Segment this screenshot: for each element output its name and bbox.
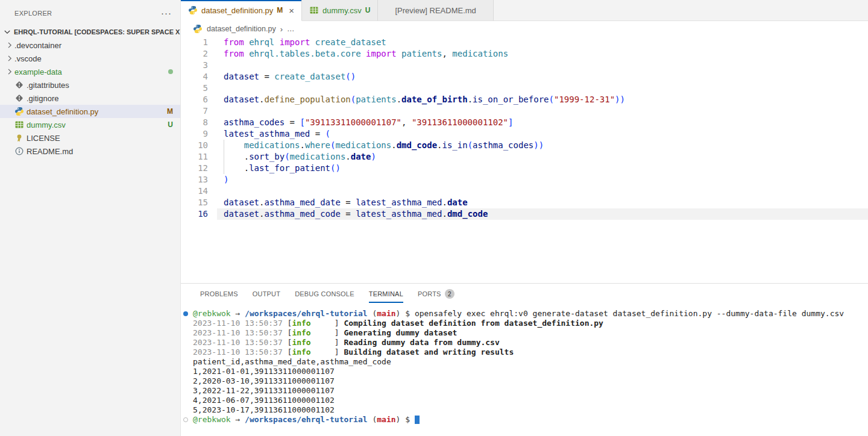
line-number: 12 bbox=[181, 163, 217, 174]
git-status-badge: U bbox=[168, 120, 173, 129]
code-line-6[interactable]: 6dataset.define_population(patients.date… bbox=[181, 94, 868, 105]
code-editor[interactable]: 1from ehrql import create_dataset2from e… bbox=[181, 37, 868, 283]
line-number: 11 bbox=[181, 151, 217, 163]
code-text: .last_for_patient() bbox=[217, 163, 341, 174]
explorer-item-example-data[interactable]: example-data bbox=[0, 65, 180, 78]
file-name: LICENSE bbox=[27, 134, 173, 143]
explorer-item-license[interactable]: LICENSE bbox=[0, 131, 180, 145]
git-status-badge: M bbox=[167, 107, 173, 116]
info-icon bbox=[14, 146, 24, 156]
line-number: 5 bbox=[181, 83, 217, 94]
explorer-item--gitattributes[interactable]: .gitattributes bbox=[0, 78, 180, 92]
explorer-title: EXPLORER bbox=[14, 10, 161, 17]
python-icon bbox=[14, 107, 24, 116]
code-text: dataset.define_population(patients.date_… bbox=[217, 94, 625, 105]
panel-tab-label: TERMINAL bbox=[369, 285, 403, 303]
code-line-8[interactable]: 8asthma_codes = ["39113311000001107", "3… bbox=[181, 117, 868, 128]
code-text: latest_asthma_med = ( bbox=[217, 128, 330, 140]
line-number: 8 bbox=[181, 117, 217, 128]
code-line-12[interactable]: 12 .last_for_patient() bbox=[181, 163, 868, 174]
line-number: 7 bbox=[181, 105, 217, 117]
terminal-line: 2023-11-10 13:50:37 [info ] Compiling da… bbox=[183, 319, 868, 328]
explorer-item--devcontainer[interactable]: .devcontainer bbox=[0, 39, 180, 52]
python-icon bbox=[188, 5, 198, 15]
code-line-10[interactable]: 10 medications.where(medications.dmd_cod… bbox=[181, 140, 868, 151]
terminal[interactable]: @rebkwok → /workspaces/ehrql-tutorial (m… bbox=[181, 304, 868, 436]
panel-tab-bar: PROBLEMSOUTPUTDEBUG CONSOLETERMINALPORTS… bbox=[181, 284, 868, 304]
code-line-11[interactable]: 11 .sort_by(medications.date) bbox=[181, 151, 868, 163]
file-name: .devcontainer bbox=[14, 41, 173, 50]
chevron-down-icon bbox=[2, 27, 12, 37]
indent-guide bbox=[224, 140, 224, 174]
line-number: 3 bbox=[181, 60, 217, 71]
code-line-9[interactable]: 9latest_asthma_med = ( bbox=[181, 128, 868, 140]
chevron-right-icon bbox=[5, 40, 14, 50]
breadcrumb-more[interactable]: … bbox=[287, 25, 295, 33]
line-number: 2 bbox=[181, 48, 217, 60]
code-text bbox=[217, 185, 224, 197]
csv-icon bbox=[14, 120, 24, 129]
panel-tab-output[interactable]: OUTPUT bbox=[245, 284, 288, 304]
line-number: 10 bbox=[181, 140, 217, 151]
file-name: .gitattributes bbox=[27, 81, 173, 90]
tab--preview-readme-md[interactable]: [Preview] README.md bbox=[378, 0, 493, 21]
git-icon bbox=[14, 93, 24, 103]
file-name: dummy.csv bbox=[27, 120, 164, 129]
code-line-7[interactable]: 7 bbox=[181, 105, 868, 117]
tab-dataset-definition-py[interactable]: dataset_definition.pyM× bbox=[181, 0, 302, 21]
code-text: .sort_by(medications.date) bbox=[217, 151, 376, 163]
code-line-14[interactable]: 14 bbox=[181, 185, 868, 197]
code-line-15[interactable]: 15dataset.asthma_med_date = latest_asthm… bbox=[181, 197, 868, 208]
breadcrumb-file[interactable]: dataset_definition.py bbox=[207, 25, 276, 33]
explorer-item-dummy-csv[interactable]: dummy.csvU bbox=[0, 118, 180, 131]
file-name: example-data bbox=[14, 67, 165, 76]
panel-tab-ports[interactable]: PORTS2 bbox=[410, 284, 462, 304]
chevron-right-icon bbox=[5, 67, 14, 76]
close-icon[interactable]: × bbox=[289, 5, 294, 16]
workspace-header[interactable]: EHRQL-TUTORIAL [CODESPACES: SUPER SPACE … bbox=[0, 25, 180, 39]
code-line-2[interactable]: 2from ehrql.tables.beta.core import pati… bbox=[181, 48, 868, 60]
python-icon bbox=[193, 24, 203, 34]
file-tree: .devcontainer.vscodeexample-data.gitattr… bbox=[0, 39, 180, 158]
code-line-1[interactable]: 1from ehrql import create_dataset bbox=[181, 37, 868, 48]
file-name: dataset_definition.py bbox=[27, 107, 163, 116]
code-line-4[interactable]: 4dataset = create_dataset() bbox=[181, 71, 868, 83]
code-text bbox=[217, 60, 224, 71]
panel-tab-terminal[interactable]: TERMINAL bbox=[362, 284, 410, 304]
python-icon bbox=[193, 24, 203, 34]
code-line-13[interactable]: 13) bbox=[181, 174, 868, 185]
code-line-16[interactable]: 16dataset.asthma_med_code = latest_asthm… bbox=[181, 208, 868, 220]
terminal-line: 2023-11-10 13:50:37 [info ] Generating d… bbox=[183, 328, 868, 338]
explorer-item--gitignore[interactable]: .gitignore bbox=[0, 92, 180, 105]
line-number: 16 bbox=[181, 208, 217, 220]
terminal-line: 4,2021-06-07,39113611000001102 bbox=[183, 396, 868, 405]
explorer-item-dataset-definition-py[interactable]: dataset_definition.pyM bbox=[0, 105, 180, 118]
tab-dummy-csv[interactable]: dummy.csvU bbox=[302, 0, 378, 21]
code-text bbox=[217, 83, 224, 94]
terminal-line: 3,2022-11-22,39113311000001107 bbox=[183, 386, 868, 396]
ellipsis-icon[interactable]: ··· bbox=[161, 10, 172, 16]
line-number: 6 bbox=[181, 94, 217, 105]
code-text: dataset.asthma_med_date = latest_asthma_… bbox=[217, 197, 468, 208]
workspace-label: EHRQL-TUTORIAL [CODESPACES: SUPER SPACE … bbox=[14, 28, 180, 36]
code-text: dataset = create_dataset() bbox=[217, 71, 356, 83]
terminal-line: @rebkwok → /workspaces/ehrql-tutorial (m… bbox=[183, 415, 868, 425]
line-number: 13 bbox=[181, 174, 217, 185]
terminal-line: @rebkwok → /workspaces/ehrql-tutorial (m… bbox=[183, 309, 868, 319]
panel-tab-debug-console[interactable]: DEBUG CONSOLE bbox=[288, 284, 362, 304]
code-line-3[interactable]: 3 bbox=[181, 60, 868, 71]
code-text: medications.where(medications.dmd_code.i… bbox=[217, 140, 544, 151]
code-line-5[interactable]: 5 bbox=[181, 83, 868, 94]
panel-tab-problems[interactable]: PROBLEMS bbox=[193, 284, 245, 304]
explorer-item-readme-md[interactable]: README.md bbox=[0, 145, 180, 158]
explorer-item--vscode[interactable]: .vscode bbox=[0, 52, 180, 65]
explorer-header: EXPLORER ··· bbox=[0, 0, 180, 25]
tab-label: dummy.csv bbox=[322, 6, 362, 15]
editor-group: dataset_definition.pyM×dummy.csvU[Previe… bbox=[181, 0, 868, 436]
line-number: 14 bbox=[181, 185, 217, 197]
code-text: from ehrql import create_dataset bbox=[217, 37, 386, 48]
command-decoration-hollow-icon bbox=[183, 417, 188, 422]
code-text: ) bbox=[217, 174, 228, 185]
file-name: .gitignore bbox=[27, 94, 173, 103]
tab-label: [Preview] README.md bbox=[395, 6, 476, 15]
